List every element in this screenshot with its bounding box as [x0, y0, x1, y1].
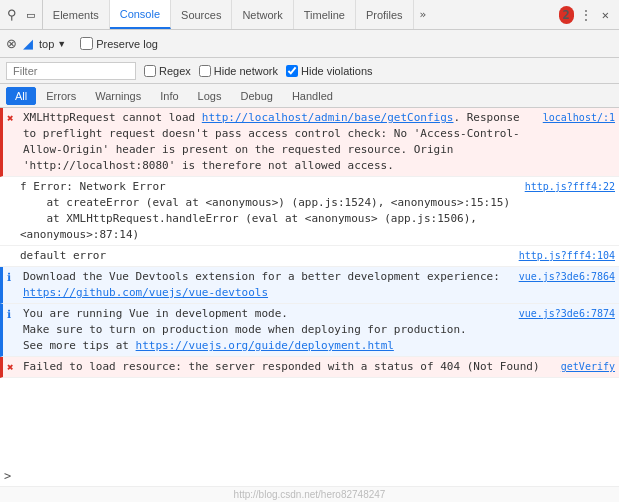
console-entry: f Error: Network Error at createError (e… — [0, 177, 619, 246]
hide-network-label: Hide network — [214, 65, 278, 77]
level-tab-errors[interactable]: Errors — [37, 87, 85, 105]
context-selector[interactable]: top ▼ — [39, 38, 66, 50]
regex-label: Regex — [159, 65, 191, 77]
error-icon: ✖ — [7, 360, 14, 376]
tab-console[interactable]: Console — [110, 0, 171, 29]
filter-icon[interactable]: ◢ — [23, 36, 33, 51]
entry-source[interactable]: http.js?fff4:104 — [519, 248, 615, 264]
regex-option[interactable]: Regex — [144, 65, 191, 77]
watermark: http://blog.csdn.net/hero82748247 — [0, 486, 619, 502]
entry-link[interactable]: https://github.com/vuejs/vue-devtools — [23, 286, 268, 299]
close-devtools-icon[interactable]: ✕ — [598, 6, 613, 24]
devtools-icons: ⚲ ▭ — [0, 0, 43, 29]
entry-source[interactable]: vue.js?3de6:7874 — [519, 306, 615, 322]
level-tabs: AllErrorsWarningsInfoLogsDebugHandled — [0, 84, 619, 108]
console-output: ✖XMLHttpRequest cannot load http://local… — [0, 108, 619, 466]
entry-source[interactable]: vue.js?3de6:7864 — [519, 269, 615, 285]
level-tab-info[interactable]: Info — [151, 87, 187, 105]
entry-content: You are running Vue in development mode.… — [23, 306, 511, 354]
level-tab-debug[interactable]: Debug — [231, 87, 281, 105]
regex-checkbox[interactable] — [144, 65, 156, 77]
more-tabs-button[interactable]: » — [414, 0, 433, 29]
error-icon: ✖ — [7, 111, 14, 127]
hide-violations-option[interactable]: Hide violations — [286, 65, 373, 77]
prompt-symbol: > — [4, 469, 11, 483]
entry-source[interactable]: localhost/:1 — [543, 110, 615, 126]
console-entry: ✖XMLHttpRequest cannot load http://local… — [0, 108, 619, 177]
level-tab-logs[interactable]: Logs — [189, 87, 231, 105]
preserve-log-label: Preserve log — [96, 38, 158, 50]
entry-content: Download the Vue Devtools extension for … — [23, 269, 511, 301]
entry-content: default error — [20, 248, 511, 264]
context-value: top — [39, 38, 54, 50]
console-entry: default errorhttp.js?fff4:104 — [0, 246, 619, 267]
tab-timeline[interactable]: Timeline — [294, 0, 356, 29]
console-entry: ℹYou are running Vue in development mode… — [0, 304, 619, 357]
info-icon: ℹ — [7, 307, 11, 323]
tabs-container: ElementsConsoleSourcesNetworkTimelinePro… — [43, 0, 414, 29]
tab-elements[interactable]: Elements — [43, 0, 110, 29]
level-tab-warnings[interactable]: Warnings — [86, 87, 150, 105]
tab-network[interactable]: Network — [232, 0, 293, 29]
info-icon: ℹ — [7, 270, 11, 286]
entry-link[interactable]: https://vuejs.org/guide/deployment.html — [136, 339, 394, 352]
level-tab-handled[interactable]: Handled — [283, 87, 342, 105]
entry-content: f Error: Network Error at createError (e… — [20, 179, 517, 243]
console-input[interactable] — [19, 470, 615, 483]
clear-console-icon[interactable]: ⊗ — [6, 36, 17, 51]
inspect-icon[interactable]: ⚲ — [4, 5, 20, 24]
console-entry: ✖Failed to load resource: the server res… — [0, 357, 619, 378]
preserve-log-option[interactable]: Preserve log — [80, 37, 158, 50]
preserve-log-checkbox[interactable] — [80, 37, 93, 50]
console-prompt: > — [0, 466, 619, 486]
console-toolbar: ⊗ ◢ top ▼ Preserve log — [0, 30, 619, 58]
tab-sources[interactable]: Sources — [171, 0, 232, 29]
context-arrow-icon: ▼ — [57, 39, 66, 49]
more-options-icon[interactable]: ⋮ — [576, 6, 596, 24]
entry-source[interactable]: getVerify — [561, 359, 615, 375]
tab-right-icons: 2 ⋮ ✕ — [553, 0, 619, 29]
tab-profiles[interactable]: Profiles — [356, 0, 414, 29]
device-icon[interactable]: ▭ — [24, 5, 38, 24]
hide-network-checkbox[interactable] — [199, 65, 211, 77]
level-tab-all[interactable]: All — [6, 87, 36, 105]
filter-bar: Regex Hide network Hide violations — [0, 58, 619, 84]
error-count-badge: 2 — [559, 6, 574, 24]
filter-input[interactable] — [6, 62, 136, 80]
hide-violations-label: Hide violations — [301, 65, 373, 77]
entry-content: Failed to load resource: the server resp… — [23, 359, 553, 375]
entry-content: XMLHttpRequest cannot load http://localh… — [23, 110, 535, 174]
console-entry: ℹDownload the Vue Devtools extension for… — [0, 267, 619, 304]
entry-source[interactable]: http.js?fff4:22 — [525, 179, 615, 195]
entry-link[interactable]: http://localhost/admin/base/getConfigs — [202, 111, 454, 124]
hide-violations-checkbox[interactable] — [286, 65, 298, 77]
hide-network-option[interactable]: Hide network — [199, 65, 278, 77]
tab-bar: ⚲ ▭ ElementsConsoleSourcesNetworkTimelin… — [0, 0, 619, 30]
